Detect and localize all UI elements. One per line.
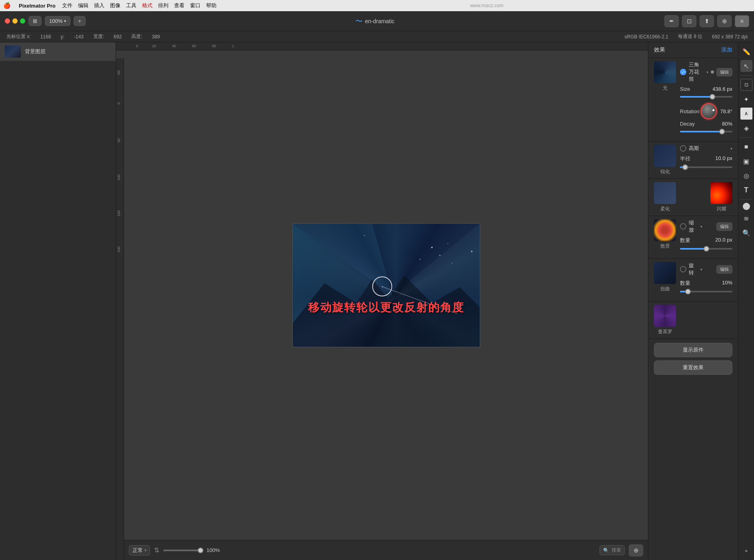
layers-settings-btn[interactable]: ⊕: [629, 544, 643, 556]
opacity-slider[interactable]: [163, 550, 203, 551]
text-tool[interactable]: T: [740, 184, 752, 196]
rotate-chevron-icon[interactable]: ▾: [700, 267, 702, 272]
menu-view[interactable]: 查看: [174, 2, 184, 9]
maximize-button[interactable]: [20, 18, 25, 24]
rotate-amount-label: 数量: [680, 280, 690, 287]
kaleidoscope-toggle[interactable]: ✓: [680, 69, 686, 75]
menu-tools[interactable]: 工具: [126, 2, 136, 9]
check-icon: ✓: [682, 70, 685, 74]
apple-menu[interactable]: 🍎: [3, 2, 11, 9]
sharpen-thumb-col: 锐化: [654, 145, 676, 175]
svg-point-11: [451, 263, 452, 264]
menu-arrange[interactable]: 排列: [158, 2, 168, 9]
zoom-chevron-icon[interactable]: ▾: [700, 224, 702, 229]
menu-format[interactable]: 格式: [142, 2, 152, 9]
svg-point-7: [431, 247, 433, 248]
canvas-image[interactable]: [292, 223, 480, 347]
flare-thumb: [710, 182, 732, 204]
menu-file[interactable]: 文件: [62, 2, 72, 9]
selection-tool[interactable]: ⊡: [740, 79, 752, 91]
kaleidoscope-group: 无 ✓ 三角万花筒 ▾ 编辑 Size 438.6 px: [648, 58, 738, 142]
rotate-edit-btn[interactable]: 编辑: [716, 265, 732, 274]
svg-point-9: [447, 243, 448, 244]
kaleidoscope-edit-btn[interactable]: 编辑: [716, 68, 732, 76]
decay-slider[interactable]: [680, 128, 732, 136]
size-slider[interactable]: [680, 93, 732, 101]
view-mode-button[interactable]: ⊞: [28, 16, 42, 26]
settings-btn[interactable]: ≡: [735, 15, 749, 27]
sharpen-label: 锐化: [660, 168, 670, 175]
chevron-down-icon[interactable]: ▾: [706, 70, 708, 74]
width-label: 宽度:: [93, 33, 104, 40]
cursor-y-label: y:: [60, 34, 64, 40]
action-buttons: 显示原件 重置效果: [648, 339, 738, 379]
transform-tool[interactable]: ✦: [740, 93, 752, 105]
search-tool[interactable]: 🔍: [740, 227, 752, 239]
bokeh-thumb: [654, 219, 676, 241]
circle-tool[interactable]: [743, 203, 750, 210]
crop-tool-btn[interactable]: ⊡: [682, 15, 696, 27]
gradient-tool[interactable]: ▣: [740, 155, 752, 167]
sharpen-group: 锐化 高斯 ▾ 半径 10.0 px: [648, 142, 738, 179]
expand-panel-btn[interactable]: »: [740, 545, 752, 557]
mandala-group: 曼茶罗: [648, 302, 738, 339]
gauss-toggle[interactable]: [680, 145, 686, 152]
repair-tool[interactable]: ◎: [740, 170, 752, 182]
cursor-y-value: -143: [74, 34, 84, 40]
blend-mode-select[interactable]: 正常 ▾: [129, 545, 150, 556]
toolbar-center: 〜 en-dramatic: [89, 16, 661, 26]
add-effect-button[interactable]: 添加: [721, 46, 732, 54]
zoom-toggle[interactable]: [680, 223, 686, 230]
infobar: 光标位置 x: 1168 y: -143 宽度: 692 高度: 389 sRG…: [0, 31, 754, 42]
paint-tool[interactable]: ✏️: [740, 46, 752, 58]
zoom-controls: 缩放 ▾ 编辑 数量 20.0 px: [680, 219, 732, 255]
reset-effects-button[interactable]: 重置效果: [654, 360, 732, 375]
rotate-toggle[interactable]: [680, 266, 686, 272]
width-value: 692: [114, 34, 122, 40]
bokeh-thumb-col: 散景: [654, 219, 676, 250]
zoom-amount-label: 数量: [680, 237, 690, 244]
menu-insert[interactable]: 插入: [94, 2, 104, 9]
show-original-button[interactable]: 显示原件: [654, 343, 732, 357]
bokeh-label: 散景: [660, 243, 670, 250]
menu-image[interactable]: 图像: [110, 2, 120, 9]
zoom-select[interactable]: 100% ▾: [45, 16, 70, 26]
svg-point-10: [419, 259, 420, 260]
export-btn[interactable]: ⬆: [700, 15, 714, 27]
color-tool[interactable]: A: [740, 108, 752, 120]
rotation-knob[interactable]: [701, 103, 717, 119]
app-name[interactable]: Pixelmator Pro: [19, 3, 56, 9]
close-button[interactable]: [5, 18, 10, 24]
zoom-slider[interactable]: [680, 245, 732, 253]
eraser-tool[interactable]: ◈: [740, 122, 752, 134]
effects-title: 效果: [654, 46, 665, 54]
canvas-area: 0 20 40 60 80 1 -50 0 50 100 150 200: [116, 42, 648, 560]
search-icon: 🔍: [603, 548, 609, 553]
menu-window[interactable]: 窗口: [190, 2, 201, 9]
search-bar[interactable]: 🔍 搜索: [600, 545, 625, 555]
share-btn[interactable]: ⊕: [717, 15, 732, 27]
resolution: 692 x 389 72 dpi: [712, 34, 748, 40]
rotate-slider[interactable]: [680, 288, 732, 296]
fill-tool[interactable]: ■: [740, 141, 752, 153]
menu-help[interactable]: 帮助: [206, 2, 217, 9]
flare-label: 闪耀: [717, 206, 726, 212]
minimize-button[interactable]: [12, 18, 18, 24]
kaleidoscope-label: 无: [663, 85, 668, 92]
menubar: 🍎 Pixelmator Pro 文件 编辑 插入 图像 工具 格式 排列 查看…: [0, 0, 754, 11]
blend-mode-arrows[interactable]: ⇅: [154, 546, 159, 554]
effect-dot: [711, 70, 714, 74]
texture-tool[interactable]: ≋: [740, 212, 752, 224]
gauss-chevron-icon[interactable]: ▾: [730, 146, 732, 151]
zoom-edit-btn[interactable]: 编辑: [716, 222, 732, 231]
pen-tool-btn[interactable]: ✒: [664, 15, 679, 27]
add-button[interactable]: +: [74, 16, 86, 26]
layer-item-background[interactable]: 背景图层: [0, 42, 116, 61]
layer-thumb-image: [5, 46, 21, 58]
layers-panel: 背景图层: [0, 42, 116, 560]
ruler-horizontal: 0 20 40 60 80 1: [116, 42, 648, 50]
menu-edit[interactable]: 编辑: [78, 2, 88, 9]
cursor-tool[interactable]: ↖: [740, 60, 752, 72]
watermark: www.macz.com: [223, 3, 751, 8]
radius-slider[interactable]: [680, 163, 732, 171]
